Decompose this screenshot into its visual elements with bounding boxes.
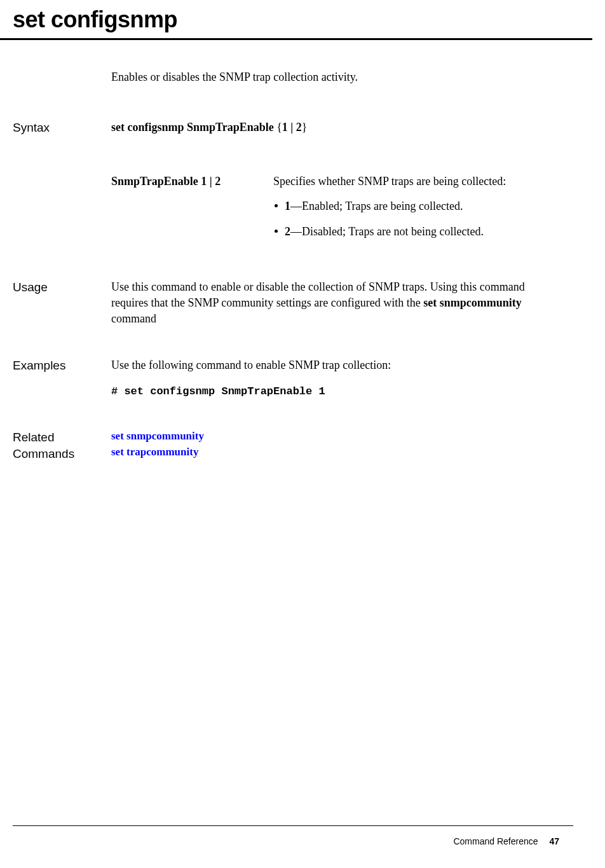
section-body-usage: Use this command to enable or disable th…: [111, 279, 557, 327]
section-label-syntax: Syntax: [13, 120, 111, 249]
page-content: Enables or disables the SNMP trap collec…: [0, 40, 605, 462]
section-body-examples: Use the following command to enable SNMP…: [111, 357, 557, 399]
brace-close: }: [302, 121, 308, 134]
footer-page-number: 47: [549, 836, 559, 846]
section-label-related: Related Commands: [13, 429, 111, 462]
page-footer: Command Reference 47: [453, 836, 559, 846]
param-row: SnmpTrapEnable 1 | 2 Specifies whether S…: [111, 174, 557, 249]
examples-text: Use the following command to enable SNMP…: [111, 357, 557, 373]
bullet-item: 2—Disabled; Traps are not being collecte…: [273, 224, 557, 240]
page-title: set configsnmp: [0, 0, 592, 40]
param-desc: Specifies whether SNMP traps are being c…: [273, 174, 557, 249]
section-usage: Usage Use this command to enable or disa…: [13, 279, 557, 327]
section-body-syntax: set configsnmp SnmpTrapEnable {1 | 2} Sn…: [111, 120, 557, 249]
footer-rule: [13, 825, 573, 826]
param-desc-text: Specifies whether SNMP traps are being c…: [273, 175, 506, 188]
syntax-line: set configsnmp SnmpTrapEnable {1 | 2}: [111, 120, 557, 135]
related-link[interactable]: set trapcommunity: [111, 445, 557, 460]
footer-text: Command Reference: [453, 836, 538, 846]
bullet-item: 1—Enabled; Traps are being collected.: [273, 198, 557, 214]
brace-open: {: [276, 121, 282, 134]
bullet-bold: 2: [285, 225, 290, 238]
section-label-usage: Usage: [13, 279, 111, 327]
param-bullet-list: 1—Enabled; Traps are being collected. 2—…: [273, 198, 557, 239]
bullet-text: —Disabled; Traps are not being collected…: [290, 225, 484, 238]
bullet-bold: 1: [285, 200, 290, 212]
section-body-related: set snmpcommunity set trapcommunity: [111, 429, 557, 462]
syntax-options: 1 | 2: [282, 121, 302, 134]
section-syntax: Syntax set configsnmp SnmpTrapEnable {1 …: [13, 120, 557, 249]
bullet-text: —Enabled; Traps are being collected.: [290, 200, 463, 212]
usage-bold: set snmpcommunity: [423, 296, 522, 309]
param-name: SnmpTrapEnable 1 | 2: [111, 174, 273, 249]
example-code: # set configsnmp SnmpTrapEnable 1: [111, 384, 557, 399]
intro-text: Enables or disables the SNMP trap collec…: [111, 71, 557, 84]
section-examples: Examples Use the following command to en…: [13, 357, 557, 399]
section-label-examples: Examples: [13, 357, 111, 399]
related-link[interactable]: set snmpcommunity: [111, 429, 557, 444]
syntax-command: set configsnmp SnmpTrapEnable: [111, 121, 276, 134]
usage-post: command: [111, 312, 156, 325]
section-related: Related Commands set snmpcommunity set t…: [13, 429, 557, 462]
